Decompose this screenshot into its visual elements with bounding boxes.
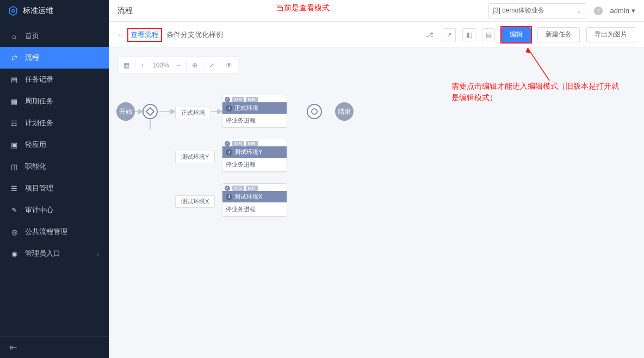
sidebar-item-role[interactable]: ◫职能化: [0, 156, 109, 177]
crumb-view-mode: 查看流程: [127, 28, 162, 42]
zoom-out-icon[interactable]: −: [175, 61, 183, 69]
project-icon: ☰: [10, 184, 18, 193]
sidebar-item-home[interactable]: ⌂首页: [0, 25, 109, 47]
sidebar-nav: ⌂首页 ⇄流程 ▤任务记录 ▦周期任务 ☷计划任务 ▣轻应用 ◫职能化 ☰项目管…: [0, 22, 109, 336]
main: 流程 当前是查看模式 [3] demo体验业务 ⌄ ? admin ▾ ← 查看…: [109, 0, 644, 358]
audit-icon: ✎: [10, 206, 18, 214]
tool-icon-2[interactable]: ◧: [462, 28, 475, 41]
canvas[interactable]: ▦ + 100% − ⊕ ⤢ 👁 需要点击编辑才能进入编辑模式（旧版本是打开就是…: [109, 48, 644, 358]
breadcrumb: 查看流程 条件分支优化样例: [127, 28, 223, 42]
logo-icon: [8, 5, 18, 16]
new-task-button[interactable]: 新建任务: [537, 27, 580, 42]
sidebar-item-audit[interactable]: ✎审计中心: [0, 199, 109, 221]
sidebar-item-apps[interactable]: ▣轻应用: [0, 134, 109, 156]
branch-label-3[interactable]: 测试环境X: [175, 195, 215, 208]
sidebar: 标准运维 ⌂首页 ⇄流程 ▤任务记录 ▦周期任务 ☷计划任务 ▣轻应用 ◫职能化…: [0, 0, 109, 358]
end-node[interactable]: 结束: [335, 102, 354, 121]
merge-gateway[interactable]: [307, 104, 322, 119]
chevron-down-icon: ⌄: [576, 7, 581, 15]
sidebar-item-flow[interactable]: ⇄流程: [0, 47, 109, 69]
branch-gateway[interactable]: [143, 104, 158, 119]
sidebar-item-admin[interactable]: ◉管理员入口›: [0, 243, 109, 264]
business-select[interactable]: [3] demo体验业务 ⌄: [488, 3, 586, 18]
fullscreen-icon[interactable]: ⤢: [207, 61, 216, 69]
sidebar-header: 标准运维: [0, 0, 109, 22]
globe-icon[interactable]: ⊕: [190, 61, 200, 69]
app-name: 标准运维: [23, 6, 53, 16]
sidebar-item-schedule[interactable]: ☷计划任务: [0, 112, 109, 134]
annotation-view-mode: 当前是查看模式: [276, 3, 330, 13]
export-img-button[interactable]: 导出为图片: [586, 27, 635, 42]
zoom-level: 100%: [150, 61, 171, 69]
start-node[interactable]: 开始: [116, 102, 135, 121]
task-node-3[interactable]: ✓ MSMR J测试环境X 停业务进程: [222, 183, 287, 217]
collapse-icon: ⇤: [10, 342, 17, 353]
schedule-icon: ☷: [10, 119, 18, 127]
back-button[interactable]: ←: [117, 30, 127, 39]
edit-button[interactable]: 编辑: [501, 27, 531, 42]
sidebar-item-periodic[interactable]: ▦周期任务: [0, 90, 109, 112]
user-menu[interactable]: admin ▾: [610, 7, 635, 15]
eye-icon[interactable]: 👁: [224, 61, 234, 69]
crumb-flow-title: 条件分支优化样例: [166, 30, 223, 40]
flow-icon: ⇄: [10, 53, 18, 62]
task-node-2[interactable]: ✓ MSMR J测试环境Y 停业务进程: [222, 139, 287, 172]
branch-label-1[interactable]: 正式环境: [175, 107, 211, 119]
topbar: 流程 当前是查看模式 [3] demo体验业务 ⌄ ? admin ▾: [109, 0, 644, 22]
task-icon: ▤: [10, 75, 18, 84]
page-title: 流程: [117, 6, 133, 16]
canvas-toolbar: ▦ + 100% − ⊕ ⤢ 👁: [117, 57, 238, 74]
admin-icon: ◉: [10, 249, 18, 258]
flow-diagram: 开始 正式环境 测试环境Y 测试环境X ✓ MSMR J正式环境 停业务进程 ✓…: [109, 48, 644, 358]
sidebar-item-public-flow[interactable]: ◎公共流程管理: [0, 221, 109, 243]
zoom-in-icon[interactable]: +: [139, 61, 147, 69]
role-icon: ◫: [10, 162, 18, 171]
svg-point-0: [12, 10, 15, 13]
layout-icon[interactable]: ▦: [121, 61, 132, 69]
calendar-icon: ▦: [10, 97, 18, 106]
tool-icon-1[interactable]: ↗: [443, 28, 456, 41]
branch-icon[interactable]: ⎇: [423, 28, 436, 41]
sidebar-item-task-record[interactable]: ▤任务记录: [0, 69, 109, 90]
caret-down-icon: ▾: [631, 7, 635, 15]
branch-label-2[interactable]: 测试环境Y: [175, 151, 215, 163]
sidebar-item-project[interactable]: ☰项目管理: [0, 177, 109, 199]
help-icon[interactable]: ?: [594, 7, 603, 15]
sidebar-collapse[interactable]: ⇤: [0, 336, 109, 358]
chevron-right-icon: ›: [97, 250, 99, 258]
public-icon: ◎: [10, 227, 18, 236]
actionbar: ← 查看流程 条件分支优化样例 ⎇ ↗ ◧ ▤ 编辑 新建任务 导出为图片: [109, 22, 644, 48]
task-node-1[interactable]: ✓ MSMR J正式环境 停业务进程: [222, 95, 287, 128]
home-icon: ⌂: [10, 32, 18, 40]
apps-icon: ▣: [10, 140, 18, 149]
tool-icon-3[interactable]: ▤: [482, 28, 495, 41]
